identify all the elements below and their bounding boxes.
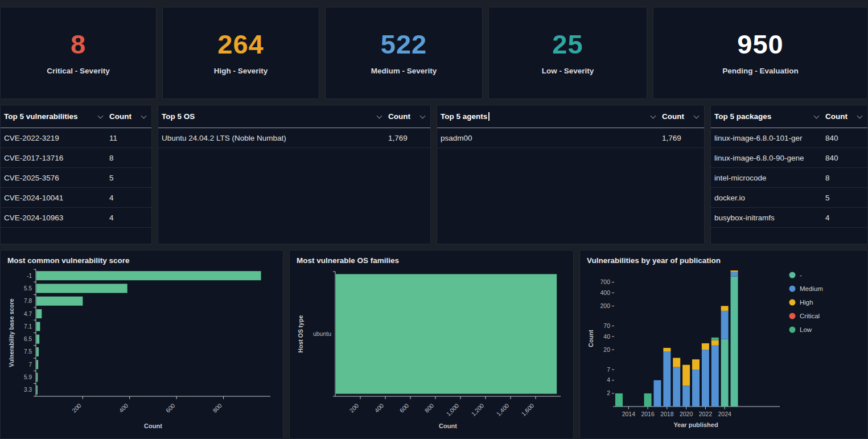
bar-segment[interactable] [721,311,729,339]
x-tick-label: 800 [211,402,223,414]
chart-title: Most common vulnerability score [7,256,277,265]
bar-segment[interactable] [682,365,690,386]
row-label: psadm00 [441,134,657,142]
chart-title: Vulnerabilities by year of publication [587,256,862,265]
chevron-down-icon[interactable] [814,113,820,118]
legend-dot [789,313,796,319]
table-row[interactable]: psadm001,769 [437,128,704,148]
legend-item[interactable]: Medium [789,285,823,292]
chevron-down-icon[interactable] [420,113,426,118]
table-row[interactable]: CVE-2017-137168 [1,148,151,168]
bar[interactable] [36,284,127,293]
x-tick-label: 1,200 [470,402,485,417]
table-row[interactable]: Ubuntu 24.04.2 LTS (Noble Numbat)1,769 [158,128,430,148]
bar-segment[interactable] [721,306,729,310]
bar-segment[interactable] [653,380,661,407]
bar-segment[interactable] [673,367,680,407]
x-tick-label: 2014 [622,411,636,417]
bar-segment[interactable] [702,350,709,407]
row-label: CVE-2025-3576 [4,174,105,182]
bar-segment[interactable] [663,352,670,407]
stat-panel-pending: 950 Pending - Evaluation [653,7,868,99]
row-label: CVE-2024-10041 [4,194,105,202]
table-title[interactable]: Top 5 vulnerabilities [4,112,105,121]
chevron-down-icon[interactable] [98,113,104,118]
bar-segment[interactable] [682,385,690,407]
legend-dot [789,272,796,278]
legend-item[interactable]: - [789,272,803,278]
chart-panel-vulnerability-score: Most common vulnerability score -15.57.8… [0,250,283,439]
table-row[interactable]: linux-image-6.8.0-101-ger840 [711,128,867,148]
bar[interactable] [36,347,39,356]
table-row[interactable]: busybox-initramfs4 [711,208,867,228]
bar-segment[interactable] [663,348,670,352]
x-tick-label: 400 [373,402,385,414]
bar[interactable] [36,385,38,395]
table-row[interactable]: CVE-2024-100414 [1,188,151,208]
bar-segment[interactable] [711,346,719,407]
y-tick-label: 20 [603,346,610,353]
bar[interactable] [36,335,39,344]
chevron-down-icon[interactable] [377,113,382,118]
bar-segment[interactable] [731,270,738,272]
table-title-edit-field[interactable]: Top 5 agents [441,112,657,121]
table-row[interactable]: linux-image-6.8.0-90-gene840 [711,148,867,168]
stat-label: Critical - Severity [47,67,109,75]
bar[interactable] [36,297,83,306]
table-row[interactable]: docker.io5 [711,188,867,208]
table-header: Top 5 vulnerabilities Count [1,105,151,128]
chevron-down-icon[interactable] [141,113,147,118]
table-title[interactable]: Top 5 packages [714,112,821,121]
count-column-header[interactable]: Count [105,112,148,121]
bar-segment[interactable] [711,340,719,345]
count-column-header[interactable]: Count [821,112,864,121]
legend-item[interactable]: Low [789,326,812,333]
bar-segment[interactable] [721,339,729,407]
bar[interactable] [36,271,261,280]
stat-panel-critical: 8 Critical - Severity [0,7,157,99]
bar[interactable] [336,274,557,393]
bar-segment[interactable] [644,393,652,407]
bar-segment[interactable] [692,370,700,407]
bar[interactable] [36,360,38,369]
chevron-down-icon[interactable] [651,113,656,118]
chevron-down-icon[interactable] [857,113,863,118]
x-tick-label: 2024 [718,411,731,417]
table-row[interactable]: intel-microcode8 [711,168,867,188]
vulnerability-score-bar-chart: -15.57.84.77.16.57.575.93.3200400600800C… [6,266,277,434]
bar-segment[interactable] [615,393,623,407]
bar[interactable] [36,373,38,382]
os-families-bar-chart: ubuntu2004006008001,0001,2001,4001,600Co… [295,266,567,434]
row-count: 840 [821,134,864,142]
bar[interactable] [36,309,42,318]
row-label: CVE-2017-13716 [4,154,105,162]
chevron-down-icon[interactable] [694,113,700,118]
row-label: Ubuntu 24.04.2 LTS (Noble Numbat) [162,134,384,142]
bar-segment[interactable] [673,358,680,367]
legend-item[interactable]: Critical [789,313,820,319]
table-row[interactable]: CVE-2024-109634 [1,208,151,228]
stat-panel-low: 25 Low - Severity [488,7,647,99]
table-header: Top 5 OS Count [158,105,430,128]
legend-item[interactable]: High [789,299,813,306]
bar-segment[interactable] [731,276,738,407]
table-row[interactable]: CVE-2022-321911 [1,128,151,148]
bar-segment[interactable] [702,343,709,350]
legend-label: Low [800,326,812,333]
table-top-vulnerabilities: Top 5 vulnerabilities Count CVE-2022-321… [0,105,152,244]
count-column-header[interactable]: Count [384,112,427,121]
bar[interactable] [36,322,40,331]
bar-segment[interactable] [711,338,719,340]
table-title[interactable]: Top 5 OS [162,112,384,121]
table-title-text: Top 5 agents [441,112,489,121]
bar-segment[interactable] [692,359,700,370]
legend-label: High [800,299,813,306]
count-column-header[interactable]: Count [657,112,701,121]
row-label: intel-microcode [714,174,821,182]
x-tick-label: 200 [348,402,360,414]
table-row[interactable]: CVE-2025-35765 [1,168,151,188]
legend-dot [789,327,796,333]
y-tick-label: 40 [603,333,610,340]
stat-label: Medium - Severity [371,67,437,75]
bar-segment[interactable] [731,272,738,277]
